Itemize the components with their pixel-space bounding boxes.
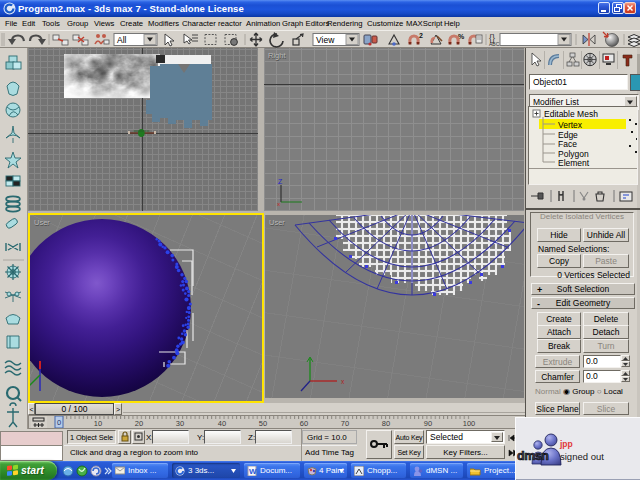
svg-text:dmsn: dmsn	[517, 449, 548, 463]
svg-text:Editable Mesh: Editable Mesh	[544, 109, 598, 119]
svg-text:View: View	[316, 35, 335, 45]
svg-text:90: 90	[424, 419, 432, 428]
svg-text:Vertex: Vertex	[558, 120, 583, 130]
svg-text:Edge: Edge	[558, 130, 578, 140]
svg-text:10: 10	[94, 419, 102, 428]
svg-text:ABC: ABC	[489, 41, 500, 47]
svg-text:0: 0	[57, 418, 61, 427]
svg-text:x: x	[341, 378, 345, 385]
svg-text:80: 80	[382, 419, 390, 428]
svg-text:100: 100	[463, 419, 476, 428]
svg-text:W: W	[249, 467, 257, 476]
svg-text:Element: Element	[558, 158, 590, 168]
svg-text:All: All	[117, 35, 127, 45]
svg-text:%: %	[458, 33, 465, 40]
svg-text:30: 30	[176, 419, 184, 428]
svg-text:50: 50	[259, 419, 267, 428]
svg-text:20: 20	[135, 419, 143, 428]
svg-text:70: 70	[341, 419, 349, 428]
svg-text:2: 2	[419, 32, 423, 39]
svg-text:60: 60	[300, 419, 308, 428]
svg-text:x: x	[277, 201, 280, 207]
svg-text:Z: Z	[278, 178, 283, 185]
svg-text:40: 40	[218, 419, 226, 428]
svg-text:Face: Face	[558, 139, 577, 149]
